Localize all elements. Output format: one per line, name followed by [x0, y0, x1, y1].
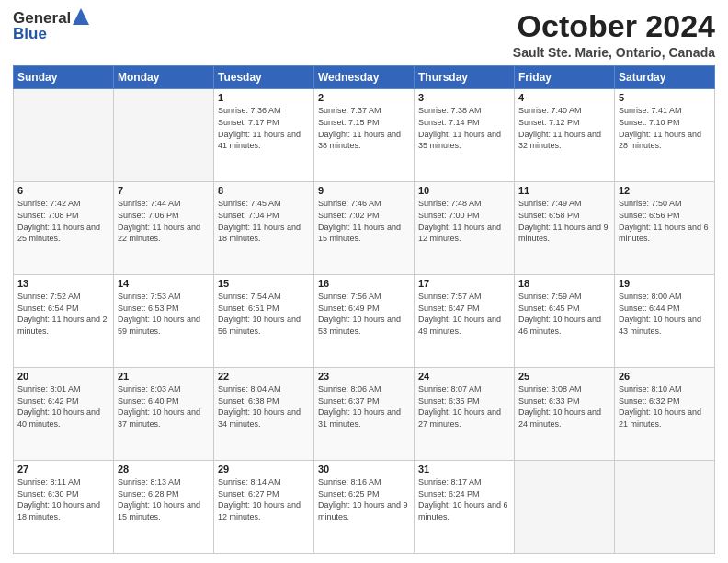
day-number: 15 — [218, 278, 310, 289]
calendar-cell: 15Sunrise: 7:54 AMSunset: 6:51 PMDayligh… — [214, 275, 314, 368]
calendar-cell: 6Sunrise: 7:42 AMSunset: 7:08 PMDaylight… — [14, 182, 114, 275]
day-info: Sunrise: 7:42 AMSunset: 7:08 PMDaylight:… — [17, 198, 109, 244]
calendar-cell — [14, 89, 114, 182]
calendar-cell: 8Sunrise: 7:45 AMSunset: 7:04 PMDaylight… — [214, 182, 314, 275]
day-info: Sunrise: 7:36 AMSunset: 7:17 PMDaylight:… — [218, 105, 310, 151]
day-number: 4 — [518, 92, 610, 103]
day-number: 9 — [318, 185, 410, 196]
calendar-cell: 29Sunrise: 8:14 AMSunset: 6:27 PMDayligh… — [214, 461, 314, 554]
day-info: Sunrise: 7:59 AMSunset: 6:45 PMDaylight:… — [518, 291, 610, 337]
calendar-cell: 17Sunrise: 7:57 AMSunset: 6:47 PMDayligh… — [415, 275, 515, 368]
calendar-cell: 11Sunrise: 7:49 AMSunset: 6:58 PMDayligh… — [515, 182, 615, 275]
day-number: 6 — [17, 185, 109, 196]
day-number: 20 — [17, 371, 109, 382]
calendar-cell: 12Sunrise: 7:50 AMSunset: 6:56 PMDayligh… — [615, 182, 715, 275]
day-info: Sunrise: 8:11 AMSunset: 6:30 PMDaylight:… — [17, 477, 109, 523]
calendar-cell: 21Sunrise: 8:03 AMSunset: 6:40 PMDayligh… — [114, 368, 214, 461]
col-monday: Monday — [114, 66, 214, 89]
day-info: Sunrise: 7:57 AMSunset: 6:47 PMDaylight:… — [418, 291, 510, 337]
calendar-week-1: 1Sunrise: 7:36 AMSunset: 7:17 PMDaylight… — [14, 89, 715, 182]
day-info: Sunrise: 8:03 AMSunset: 6:40 PMDaylight:… — [118, 384, 210, 430]
day-info: Sunrise: 7:54 AMSunset: 6:51 PMDaylight:… — [218, 291, 310, 337]
day-number: 17 — [418, 278, 510, 289]
calendar-cell: 1Sunrise: 7:36 AMSunset: 7:17 PMDaylight… — [214, 89, 314, 182]
calendar-week-4: 20Sunrise: 8:01 AMSunset: 6:42 PMDayligh… — [14, 368, 715, 461]
calendar-cell: 23Sunrise: 8:06 AMSunset: 6:37 PMDayligh… — [314, 368, 415, 461]
logo-icon — [73, 8, 89, 27]
header: General Blue October 2024 Sault Ste. Mar… — [13, 9, 715, 60]
day-info: Sunrise: 8:01 AMSunset: 6:42 PMDaylight:… — [17, 384, 109, 430]
day-number: 25 — [518, 371, 610, 382]
calendar-cell: 25Sunrise: 8:08 AMSunset: 6:33 PMDayligh… — [515, 368, 615, 461]
day-number: 27 — [17, 464, 109, 475]
day-info: Sunrise: 8:17 AMSunset: 6:24 PMDaylight:… — [418, 477, 510, 523]
calendar-cell: 28Sunrise: 8:13 AMSunset: 6:28 PMDayligh… — [114, 461, 214, 554]
day-info: Sunrise: 8:04 AMSunset: 6:38 PMDaylight:… — [218, 384, 310, 430]
logo-blue-text: Blue — [13, 25, 89, 43]
calendar-cell: 9Sunrise: 7:46 AMSunset: 7:02 PMDaylight… — [314, 182, 415, 275]
month-title: October 2024 — [513, 9, 715, 43]
day-info: Sunrise: 7:40 AMSunset: 7:12 PMDaylight:… — [518, 105, 610, 151]
day-info: Sunrise: 7:44 AMSunset: 7:06 PMDaylight:… — [118, 198, 210, 244]
calendar-cell: 14Sunrise: 7:53 AMSunset: 6:53 PMDayligh… — [114, 275, 214, 368]
day-number: 12 — [619, 185, 711, 196]
page: General Blue October 2024 Sault Ste. Mar… — [0, 0, 728, 563]
calendar-cell — [515, 461, 615, 554]
day-number: 8 — [218, 185, 310, 196]
day-number: 14 — [118, 278, 210, 289]
day-number: 7 — [118, 185, 210, 196]
col-thursday: Thursday — [415, 66, 515, 89]
calendar-cell — [114, 89, 214, 182]
calendar-cell: 24Sunrise: 8:07 AMSunset: 6:35 PMDayligh… — [415, 368, 515, 461]
col-sunday: Sunday — [14, 66, 114, 89]
day-number: 28 — [118, 464, 210, 475]
calendar-cell: 7Sunrise: 7:44 AMSunset: 7:06 PMDaylight… — [114, 182, 214, 275]
col-wednesday: Wednesday — [314, 66, 415, 89]
calendar-cell: 22Sunrise: 8:04 AMSunset: 6:38 PMDayligh… — [214, 368, 314, 461]
day-info: Sunrise: 7:48 AMSunset: 7:00 PMDaylight:… — [418, 198, 510, 244]
svg-marker-0 — [73, 8, 89, 25]
calendar: Sunday Monday Tuesday Wednesday Thursday… — [13, 65, 715, 554]
day-number: 30 — [318, 464, 410, 475]
day-info: Sunrise: 8:08 AMSunset: 6:33 PMDaylight:… — [518, 384, 610, 430]
day-info: Sunrise: 7:56 AMSunset: 6:49 PMDaylight:… — [318, 291, 410, 337]
day-number: 2 — [318, 92, 410, 103]
calendar-week-3: 13Sunrise: 7:52 AMSunset: 6:54 PMDayligh… — [14, 275, 715, 368]
calendar-cell: 20Sunrise: 8:01 AMSunset: 6:42 PMDayligh… — [14, 368, 114, 461]
day-info: Sunrise: 8:16 AMSunset: 6:25 PMDaylight:… — [318, 477, 410, 523]
day-info: Sunrise: 8:06 AMSunset: 6:37 PMDaylight:… — [318, 384, 410, 430]
day-info: Sunrise: 7:46 AMSunset: 7:02 PMDaylight:… — [318, 198, 410, 244]
title-block: October 2024 Sault Ste. Marie, Ontario, … — [513, 9, 715, 60]
day-info: Sunrise: 7:41 AMSunset: 7:10 PMDaylight:… — [619, 105, 711, 151]
day-number: 18 — [518, 278, 610, 289]
calendar-cell: 5Sunrise: 7:41 AMSunset: 7:10 PMDaylight… — [615, 89, 715, 182]
calendar-cell: 30Sunrise: 8:16 AMSunset: 6:25 PMDayligh… — [314, 461, 415, 554]
calendar-cell: 4Sunrise: 7:40 AMSunset: 7:12 PMDaylight… — [515, 89, 615, 182]
day-number: 24 — [418, 371, 510, 382]
day-number: 1 — [218, 92, 310, 103]
calendar-cell: 16Sunrise: 7:56 AMSunset: 6:49 PMDayligh… — [314, 275, 415, 368]
calendar-cell: 13Sunrise: 7:52 AMSunset: 6:54 PMDayligh… — [14, 275, 114, 368]
calendar-cell: 18Sunrise: 7:59 AMSunset: 6:45 PMDayligh… — [515, 275, 615, 368]
day-number: 5 — [619, 92, 711, 103]
calendar-cell: 2Sunrise: 7:37 AMSunset: 7:15 PMDaylight… — [314, 89, 415, 182]
day-info: Sunrise: 8:00 AMSunset: 6:44 PMDaylight:… — [619, 291, 711, 337]
day-info: Sunrise: 7:45 AMSunset: 7:04 PMDaylight:… — [218, 198, 310, 244]
day-number: 26 — [619, 371, 711, 382]
calendar-cell: 3Sunrise: 7:38 AMSunset: 7:14 PMDaylight… — [415, 89, 515, 182]
day-info: Sunrise: 7:53 AMSunset: 6:53 PMDaylight:… — [118, 291, 210, 337]
logo: General Blue — [13, 9, 89, 43]
calendar-week-5: 27Sunrise: 8:11 AMSunset: 6:30 PMDayligh… — [14, 461, 715, 554]
day-number: 19 — [619, 278, 711, 289]
calendar-cell: 27Sunrise: 8:11 AMSunset: 6:30 PMDayligh… — [14, 461, 114, 554]
day-number: 16 — [318, 278, 410, 289]
col-saturday: Saturday — [615, 66, 715, 89]
calendar-cell — [615, 461, 715, 554]
day-number: 3 — [418, 92, 510, 103]
day-info: Sunrise: 8:07 AMSunset: 6:35 PMDaylight:… — [418, 384, 510, 430]
day-number: 13 — [17, 278, 109, 289]
calendar-cell: 19Sunrise: 8:00 AMSunset: 6:44 PMDayligh… — [615, 275, 715, 368]
day-info: Sunrise: 8:10 AMSunset: 6:32 PMDaylight:… — [619, 384, 711, 430]
day-info: Sunrise: 7:38 AMSunset: 7:14 PMDaylight:… — [418, 105, 510, 151]
calendar-cell: 31Sunrise: 8:17 AMSunset: 6:24 PMDayligh… — [415, 461, 515, 554]
